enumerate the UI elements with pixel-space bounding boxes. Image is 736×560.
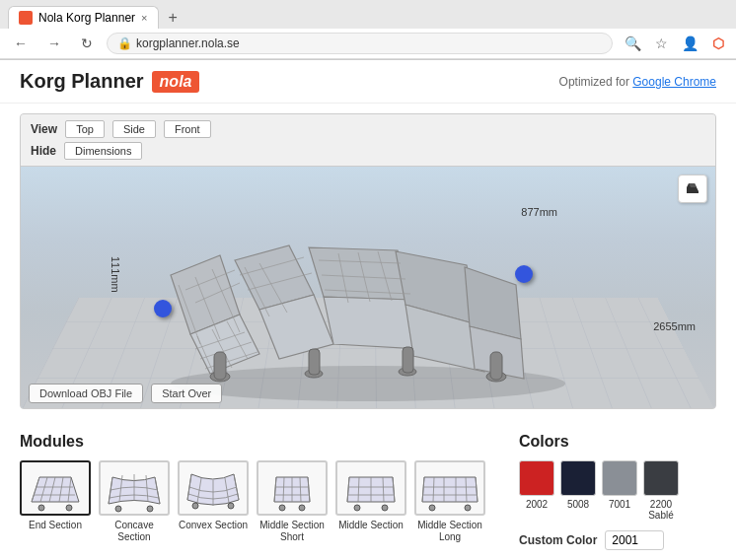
eraser-btn[interactable] [678,175,707,203]
swatch-label-2200: 2200 Sablé [648,499,674,521]
module-end-section-label: End Section [29,520,82,531]
module-convex-section-label: Convex Section [179,520,248,531]
svg-point-54 [228,503,234,509]
viewport-controls: View Top Side Front Hide Dimensions [21,114,715,167]
module-middle-short-label: Middle Section Short [257,520,328,543]
account-icon-btn[interactable]: 👤 [678,34,702,53]
module-middle-long[interactable]: Middle Section Long [414,460,485,543]
tab-title: Nola Korg Planner [38,11,135,25]
module-middle-long-img [414,460,485,516]
browser-chrome: Nola Korg Planner × + ← → ↻ 🔒 korgplanne… [0,0,736,60]
start-over-btn[interactable]: Start Over [151,384,222,403]
url-text: korgplanner.nola.se [136,36,240,50]
dimensions-btn[interactable]: Dimensions [64,142,142,160]
bench-3d-view [141,196,595,403]
color-swatch-2002[interactable]: 2002 [519,460,554,521]
hide-label: Hide [31,144,56,158]
modules-grid: End Section Concave Section Convex Secti… [20,460,499,543]
svg-point-71 [354,505,360,511]
view-front-btn[interactable]: Front [164,120,211,138]
address-bar[interactable]: 🔒 korgplanner.nola.se [107,33,613,54]
module-end-section[interactable]: End Section [20,460,91,543]
lock-icon: 🔒 [117,36,132,50]
browser-nav: ← → ↻ 🔒 korgplanner.nola.se 🔍 ☆ 👤 ⬡ [0,29,736,59]
extensions-icon-btn[interactable]: ⬡ [708,34,728,53]
color-swatch-2200[interactable]: 2200 Sablé [643,460,679,521]
new-tab-btn[interactable]: + [163,7,184,29]
module-middle-label: Middle Section [338,520,404,531]
colors-section: Colors 2002 5008 7001 2200 Sablé [519,433,716,550]
svg-point-72 [382,505,388,511]
viewport-3d[interactable]: 877mm 2655mm 111mm Download OBJ File Sta… [21,167,715,409]
forward-btn[interactable]: → [41,34,67,53]
swatch-box-5008 [560,460,596,496]
module-convex-section-img [178,460,249,516]
measurement-111: 111mm [110,256,121,293]
view-top-btn[interactable]: Top [65,120,105,138]
module-middle-img [335,460,406,516]
swatch-label-5008: 5008 [567,499,589,510]
svg-rect-29 [490,352,502,380]
svg-point-81 [429,505,435,511]
download-obj-btn[interactable]: Download OBJ File [29,384,143,403]
modules-title: Modules [20,433,499,451]
search-icon-btn[interactable]: 🔍 [621,34,645,53]
viewport-container: View Top Side Front Hide Dimensions [20,113,716,409]
module-concave-section[interactable]: Concave Section [99,460,170,543]
custom-color-label: Custom Color [519,533,597,547]
optimized-text: Optimized for Google Chrome [559,75,716,89]
app: Korg Planner nola Optimized for Google C… [0,60,736,560]
viewport-footer: Download OBJ File Start Over [29,384,222,403]
browser-tab[interactable]: Nola Korg Planner × [8,6,159,29]
swatch-box-2200 [643,460,679,496]
handle-blue-right[interactable] [515,265,533,283]
svg-point-62 [279,505,285,511]
svg-point-53 [192,503,198,509]
svg-rect-23 [214,352,226,380]
tab-close-btn[interactable]: × [141,12,147,24]
swatch-label-2002: 2002 [526,499,548,510]
logo-text: Korg Planner [20,70,144,93]
module-concave-section-img [99,460,170,516]
svg-point-82 [465,505,471,511]
nav-icons: 🔍 ☆ 👤 ⬡ [621,34,728,53]
modules-section: Modules End Section Concave Section [20,433,499,550]
module-middle-short-img [257,460,328,516]
module-end-section-img [20,460,91,516]
svg-point-40 [66,505,72,511]
module-middle-long-label: Middle Section Long [414,520,485,543]
module-middle-short[interactable]: Middle Section Short [257,460,328,543]
measurement-2655: 2655mm [653,320,696,332]
color-swatch-7001[interactable]: 7001 [602,460,637,521]
bottom-section: Modules End Section Concave Section [0,419,736,560]
hide-controls-row: Hide Dimensions [31,142,705,160]
color-swatch-5008[interactable]: 5008 [560,460,596,521]
view-side-btn[interactable]: Side [112,120,156,138]
refresh-btn[interactable]: ↻ [75,34,99,53]
back-btn[interactable]: ← [8,34,34,53]
handle-blue-left[interactable] [154,300,172,317]
svg-point-47 [147,506,153,512]
bookmark-icon-btn[interactable]: ☆ [651,34,672,53]
colors-title: Colors [519,433,716,451]
custom-color-input[interactable] [605,530,664,550]
svg-point-63 [299,505,305,511]
swatch-box-2002 [519,460,554,496]
module-concave-section-label: Concave Section [99,520,170,543]
module-convex-section[interactable]: Convex Section [178,460,249,543]
view-label: View [31,122,57,136]
custom-color-row: Custom Color [519,530,716,550]
swatch-label-7001: 7001 [609,499,630,510]
swatch-box-7001 [602,460,637,496]
measurement-877: 877mm [521,206,557,218]
svg-rect-27 [403,347,413,373]
svg-point-39 [38,505,44,511]
chrome-link[interactable]: Google Chrome [632,75,716,89]
tab-favicon [19,11,33,25]
tab-bar: Nola Korg Planner × + [0,0,736,29]
svg-point-46 [115,506,121,512]
color-swatches: 2002 5008 7001 2200 Sablé [519,460,716,521]
view-controls-row: View Top Side Front [31,120,705,138]
module-middle[interactable]: Middle Section [335,460,406,543]
app-header: Korg Planner nola Optimized for Google C… [0,60,736,104]
